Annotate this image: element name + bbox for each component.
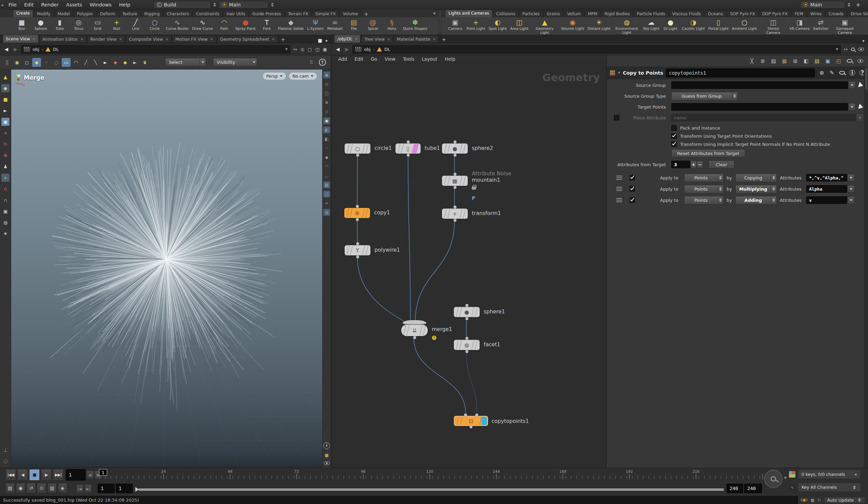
shelf-tab[interactable]: SOP Pyro FX bbox=[726, 10, 758, 17]
shelf-tab[interactable]: Lights and Cameras bbox=[445, 10, 493, 17]
node-copytopoints1[interactable]: ⊡ copytopoints1 bbox=[454, 416, 488, 426]
node-facet1[interactable]: ◍ facet1 bbox=[454, 340, 479, 350]
shelf-tab[interactable]: Vellum bbox=[564, 10, 585, 17]
list-icon[interactable]: ▤ bbox=[771, 58, 776, 64]
palette-icon[interactable]: ▦ bbox=[782, 58, 787, 64]
select-crown-icon[interactable]: ♛ bbox=[141, 58, 149, 67]
spiral-tool[interactable]: @ Spiral bbox=[363, 18, 382, 31]
node-copy1[interactable]: ⊚ copy1 bbox=[344, 208, 370, 218]
laser-select-icon[interactable]: ╲ bbox=[91, 58, 100, 67]
close-tab-icon[interactable]: × bbox=[387, 35, 390, 43]
attributes-menu-icon[interactable] bbox=[848, 196, 855, 204]
recook-icon[interactable]: ↻ bbox=[817, 497, 821, 503]
shelf-tab[interactable]: Oceans bbox=[704, 10, 726, 17]
caustic-light-tool[interactable]: ◑ Caustic Light bbox=[680, 18, 706, 31]
shadows-icon[interactable]: ◐ bbox=[323, 126, 330, 133]
node-polywire1[interactable]: Y polywire1 bbox=[345, 245, 370, 255]
close-tab-icon[interactable]: × bbox=[272, 35, 275, 43]
pane-tab[interactable]: Animation Editor × bbox=[39, 35, 86, 43]
select-add-icon[interactable]: ► bbox=[131, 58, 140, 67]
pane-menu-icon[interactable]: ▼ bbox=[862, 39, 865, 43]
close-tab-icon[interactable]: × bbox=[433, 35, 435, 43]
input-port-1[interactable] bbox=[464, 413, 467, 416]
snapshot-icon[interactable]: ▣ bbox=[323, 47, 327, 52]
pose-icon[interactable]: ♟ bbox=[1, 163, 10, 171]
output-port[interactable] bbox=[356, 154, 359, 157]
piece-attribute-checkbox[interactable] bbox=[614, 115, 619, 121]
menu-item[interactable]: Render bbox=[37, 2, 62, 8]
target-points-field[interactable] bbox=[671, 103, 848, 111]
range-slider[interactable] bbox=[138, 488, 724, 491]
input-port[interactable] bbox=[356, 242, 359, 245]
persp-view-button[interactable]: Persp bbox=[263, 73, 286, 80]
scene-selector[interactable]: Main bbox=[219, 1, 268, 9]
menu-item[interactable]: File bbox=[5, 2, 20, 8]
shelf-overflow-icon[interactable]: ▼ bbox=[433, 12, 435, 15]
stereo-camera-tool[interactable]: ◫ Stereo Camera bbox=[759, 18, 788, 34]
path-tool[interactable]: ◠ Path bbox=[215, 18, 234, 31]
show-geometry-icon[interactable]: ◻ bbox=[22, 58, 31, 67]
show-objects-icon[interactable]: ◉ bbox=[12, 58, 21, 67]
auto-update-dropdown[interactable]: Auto Update bbox=[824, 497, 865, 503]
gamepad-camera-tool[interactable]: ▣ Gamepad Camera bbox=[830, 18, 859, 34]
pane-tab[interactable]: Composite View × bbox=[126, 35, 172, 43]
primitives-mode-icon[interactable]: ◆ bbox=[32, 58, 41, 67]
add-pane-tab-button[interactable]: + bbox=[278, 37, 288, 43]
attributes-menu-icon[interactable] bbox=[848, 174, 855, 182]
output-port[interactable] bbox=[407, 154, 410, 157]
pane-tab[interactable]: Scene View × bbox=[3, 34, 39, 43]
close-tab-icon[interactable]: × bbox=[210, 35, 213, 43]
prev-key-button[interactable]: |◀ bbox=[76, 484, 83, 493]
pin-icon[interactable]: ↦ bbox=[844, 47, 848, 52]
light-icon[interactable]: ☀ bbox=[1, 230, 10, 238]
source-group-menu-icon[interactable] bbox=[849, 81, 856, 89]
jump-end-button[interactable]: ▶▶| bbox=[53, 469, 63, 481]
image-icon[interactable]: ▣ bbox=[825, 58, 831, 64]
sphere-tool[interactable]: ● Sphere bbox=[31, 18, 50, 31]
volume-light-tool[interactable]: ◉ Volume Light bbox=[559, 18, 586, 31]
material-icon[interactable]: ◧ bbox=[323, 136, 330, 142]
toggle-checkbox[interactable] bbox=[671, 142, 677, 147]
attributes-menu-icon[interactable] bbox=[848, 185, 855, 193]
shelf-tab[interactable]: Polygon bbox=[74, 10, 96, 17]
apply-to-dropdown[interactable]: Points bbox=[684, 174, 723, 182]
distant-light-tool[interactable]: ☀ Distant Light bbox=[586, 18, 612, 31]
scoped-channels-icon[interactable] bbox=[789, 471, 795, 477]
add-desktop-button[interactable]: + bbox=[853, 1, 863, 8]
attributes-field[interactable]: *,^v,^Alpha,^ bbox=[806, 174, 847, 182]
link-icon[interactable]: ⠿ bbox=[307, 58, 316, 67]
range-end-field[interactable]: 240 bbox=[726, 484, 743, 493]
eye-icon[interactable] bbox=[324, 461, 330, 465]
loop-icon[interactable]: ↺ bbox=[27, 483, 35, 493]
add-pane-tab-button[interactable]: + bbox=[439, 37, 448, 43]
shelf-tab[interactable]: MPM bbox=[585, 10, 601, 17]
breadcrumb[interactable]: obj › DL ▼ bbox=[352, 45, 841, 54]
shelf-tab[interactable]: Model bbox=[54, 10, 73, 17]
grid-tool[interactable]: ▭ Grid bbox=[88, 18, 107, 31]
node-type-icon[interactable] bbox=[610, 70, 615, 76]
output-port[interactable] bbox=[356, 218, 359, 221]
vector-display-icon[interactable]: ≈ bbox=[323, 200, 330, 207]
link-box-icon[interactable]: ▢ bbox=[308, 47, 312, 52]
shelf-tab[interactable]: Modify bbox=[33, 10, 54, 17]
method-dropdown[interactable]: Multiplying bbox=[735, 185, 777, 193]
shelf-tab[interactable]: Collisions bbox=[493, 10, 519, 17]
geometry-mode-icon[interactable]: ◆ bbox=[1, 84, 10, 92]
template-icon[interactable]: ▤ bbox=[323, 182, 330, 188]
shelf-tab[interactable]: Volume bbox=[340, 10, 362, 17]
shelf-divider[interactable] bbox=[438, 11, 441, 33]
pane-tab[interactable]: Motion FX View × bbox=[172, 35, 216, 43]
ambient-light-tool[interactable]: ○ Ambient Light bbox=[730, 18, 759, 31]
tick-settings-icon[interactable]: ▥ bbox=[48, 483, 56, 493]
portal-light-tool[interactable]: ▯ Portal Light bbox=[706, 18, 730, 31]
rule-enable-checkbox[interactable] bbox=[630, 197, 635, 203]
param-scrollbar[interactable] bbox=[864, 67, 868, 468]
globe-icon[interactable]: ◍ bbox=[1, 218, 10, 227]
gi-light-tool[interactable]: ● GI Light bbox=[661, 18, 680, 31]
reorder-handle-icon[interactable] bbox=[616, 176, 622, 180]
node-type-caret-icon[interactable]: ▼ bbox=[618, 71, 620, 74]
handles-icon[interactable]: + bbox=[1, 174, 10, 182]
box-tool[interactable]: ■ Box bbox=[12, 18, 31, 31]
shelf-tab[interactable]: Viscous Fluids bbox=[669, 10, 704, 17]
edges-mode-icon[interactable]: ◌ bbox=[52, 58, 61, 67]
